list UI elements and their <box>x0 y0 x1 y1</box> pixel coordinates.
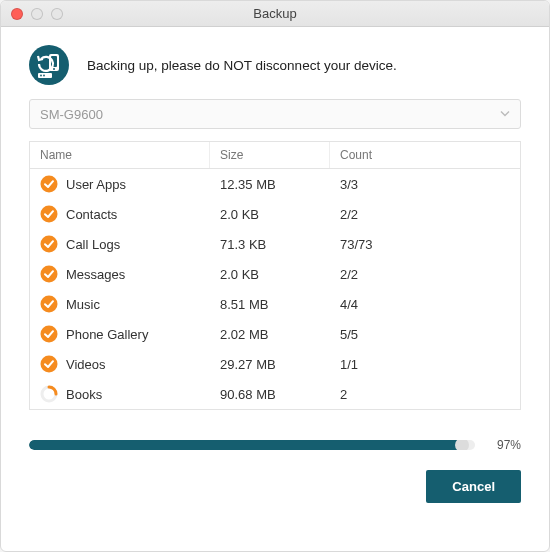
svg-point-7 <box>41 176 58 193</box>
table-row: Phone Gallery2.02 MB5/5 <box>30 319 520 349</box>
row-name: Videos <box>66 357 106 372</box>
row-count: 5/5 <box>330 327 520 342</box>
table-row: User Apps12.35 MB3/3 <box>30 169 520 199</box>
titlebar: Backup <box>1 1 549 27</box>
row-count: 3/3 <box>330 177 520 192</box>
row-size: 2.0 KB <box>210 267 330 282</box>
footer: Cancel <box>29 470 521 503</box>
check-circle-icon <box>40 205 58 223</box>
device-selected-label: SM-G9600 <box>40 107 103 122</box>
row-name: Messages <box>66 267 125 282</box>
row-size: 12.35 MB <box>210 177 330 192</box>
progress: 97% <box>29 438 521 452</box>
cancel-button[interactable]: Cancel <box>426 470 521 503</box>
table-row: Videos29.27 MB1/1 <box>30 349 520 379</box>
svg-point-9 <box>41 236 58 253</box>
svg-rect-4 <box>38 73 52 78</box>
row-name: Contacts <box>66 207 117 222</box>
check-circle-icon <box>40 235 58 253</box>
row-size: 29.27 MB <box>210 357 330 372</box>
header: Backing up, please do NOT disconnect you… <box>29 45 521 85</box>
check-circle-icon <box>40 265 58 283</box>
svg-point-6 <box>43 75 45 77</box>
row-count: 2 <box>330 387 520 402</box>
check-circle-icon <box>40 295 58 313</box>
row-name: Books <box>66 387 102 402</box>
progress-knob <box>455 440 469 450</box>
row-name: Phone Gallery <box>66 327 148 342</box>
row-count: 1/1 <box>330 357 520 372</box>
backup-table: Name Size Count User Apps12.35 MB3/3Cont… <box>29 141 521 410</box>
row-count: 4/4 <box>330 297 520 312</box>
table-row: Call Logs71.3 KB73/73 <box>30 229 520 259</box>
table-row: Messages2.0 KB2/2 <box>30 259 520 289</box>
svg-point-3 <box>53 68 55 70</box>
progress-bar <box>29 440 475 450</box>
col-header-count: Count <box>330 142 520 168</box>
svg-point-10 <box>41 266 58 283</box>
svg-point-11 <box>41 296 58 313</box>
row-size: 8.51 MB <box>210 297 330 312</box>
row-count: 2/2 <box>330 207 520 222</box>
check-circle-icon <box>40 355 58 373</box>
table-row: Music8.51 MB4/4 <box>30 289 520 319</box>
row-size: 71.3 KB <box>210 237 330 252</box>
svg-point-12 <box>41 326 58 343</box>
row-size: 2.0 KB <box>210 207 330 222</box>
row-name: Music <box>66 297 100 312</box>
window-title: Backup <box>1 6 549 21</box>
row-size: 90.68 MB <box>210 387 330 402</box>
status-message: Backing up, please do NOT disconnect you… <box>87 58 397 73</box>
spinner-icon <box>40 385 58 403</box>
svg-point-5 <box>40 75 42 77</box>
svg-point-13 <box>41 356 58 373</box>
table-row: Contacts2.0 KB2/2 <box>30 199 520 229</box>
row-name: Call Logs <box>66 237 120 252</box>
row-count: 73/73 <box>330 237 520 252</box>
row-count: 2/2 <box>330 267 520 282</box>
device-select[interactable]: SM-G9600 <box>29 99 521 129</box>
progress-percent: 97% <box>485 438 521 452</box>
chevron-down-icon <box>500 107 510 122</box>
row-name: User Apps <box>66 177 126 192</box>
col-header-name: Name <box>30 142 210 168</box>
col-header-size: Size <box>210 142 330 168</box>
check-circle-icon <box>40 325 58 343</box>
backup-icon <box>29 45 69 85</box>
table-row: Books90.68 MB2 <box>30 379 520 409</box>
table-header: Name Size Count <box>30 142 520 169</box>
row-size: 2.02 MB <box>210 327 330 342</box>
content: Backing up, please do NOT disconnect you… <box>1 27 549 551</box>
window: Backup Backing up, please do NOT disconn… <box>0 0 550 552</box>
table-body: User Apps12.35 MB3/3Contacts2.0 KB2/2Cal… <box>30 169 520 409</box>
progress-fill <box>29 440 462 450</box>
check-circle-icon <box>40 175 58 193</box>
svg-point-8 <box>41 206 58 223</box>
